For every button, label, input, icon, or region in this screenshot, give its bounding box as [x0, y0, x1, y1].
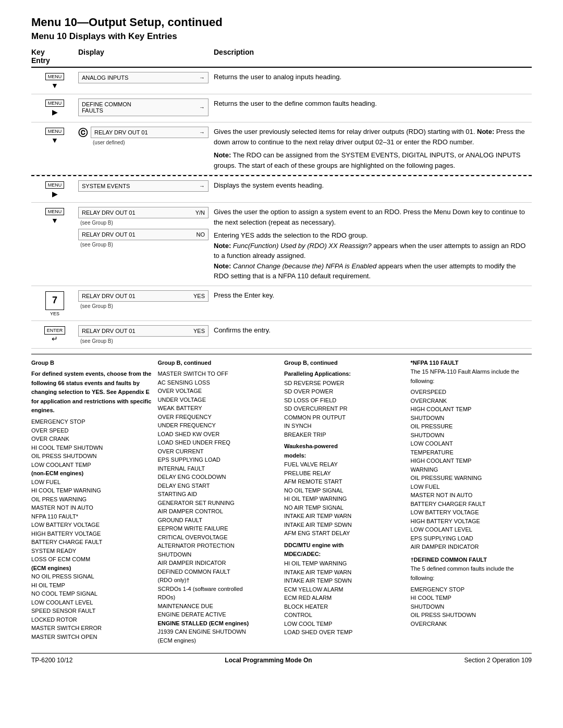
list-item: LOAD SHED KW OVER: [158, 430, 279, 439]
list-item: AIR DAMPER CONTROL: [158, 507, 279, 516]
display-box-relay-yes7: RELAY DRV OUT 01 YES: [78, 290, 209, 302]
list-item: ALTERNATOR PROTECTION: [158, 541, 279, 550]
desc-relay-enter: Confirms the entry.: [214, 325, 532, 336]
list-item: BATTERY CHARGE FAULT: [31, 538, 153, 547]
group-b-col3: Group B, continued Paralleling Applicati…: [284, 359, 411, 645]
list-item: NO COOL TEMP SIGNAL: [31, 589, 153, 598]
display-text-relay-yn: RELAY DRV OUT 01: [82, 209, 136, 216]
list-item: HI OIL TEMP: [31, 581, 153, 590]
display-define-common: DEFINE COMMONFAULTS →: [78, 98, 214, 118]
list-item: OVERCRANK: [411, 397, 532, 405]
list-item: INTAKE AIR TEMP SDWN: [284, 576, 406, 585]
list-item: ECM YELLOW ALARM: [284, 585, 406, 594]
list-item: DELAY ENG START: [158, 482, 279, 490]
display-text-relay-enter: RELAY DRV OUT 01: [82, 328, 136, 334]
down-arrow-icon-3: ▼: [51, 136, 58, 144]
number-key-7: 7: [45, 291, 64, 310]
list-item: OIL PRESSURE WARNING: [411, 474, 532, 483]
list-item: OVER CURRENT: [158, 447, 279, 456]
display-sub-enter: (see Group B): [78, 338, 209, 344]
list-item: (ECM engines): [158, 636, 279, 645]
group-b-title-2: Group B, continued: [158, 359, 279, 368]
desc-define-common: Returns the user to the define common fa…: [214, 98, 532, 109]
list-item: INTAKE AIR TEMP WARN: [284, 512, 406, 521]
list-item: MASTER SWITCH OPEN: [31, 633, 153, 641]
list-item: OVER SPEED: [31, 426, 153, 435]
list-item: OVERSPEED: [411, 388, 532, 397]
right-arrow-icon-1: ▶: [52, 108, 58, 116]
list-item: HI OIL TEMP WARNING: [284, 495, 406, 503]
enter-key-box: ENTER: [44, 326, 66, 335]
key-menu-right-1: MENU ▶: [31, 98, 78, 116]
page-footer: TP-6200 10/12 Local Programming Mode On …: [31, 653, 532, 664]
list-item: MASTER NOT IN AUTO: [411, 491, 532, 500]
group-b-col4: *NFPA 110 FAULT The 15 NFPA-110 Fault Al…: [411, 359, 532, 645]
group-b-title-1: Group B: [31, 359, 153, 368]
display-arrow-yn: Y/N: [195, 209, 205, 216]
list-item: EMERGENCY STOP: [411, 585, 532, 594]
display-text-sysevents: SYSTEM EVENTS: [82, 183, 130, 189]
row-define-common: MENU ▶ DEFINE COMMONFAULTS → Returns the…: [31, 94, 532, 122]
list-item: BREAKER TRIP: [284, 430, 406, 439]
list-item: AFM REMOTE START: [284, 477, 406, 486]
display-box-define: DEFINE COMMONFAULTS →: [78, 98, 209, 116]
waukesha-label2: models:: [284, 451, 406, 461]
list-item: FUEL VALVE RELAY: [284, 460, 406, 469]
desc-relay-c: Gives the user previously selected items…: [214, 127, 532, 170]
header-key: KeyEntry: [31, 48, 78, 65]
row-relay-drv-c: MENU ▼ ⓒ RELAY DRV OUT 01 → (user define…: [31, 122, 532, 175]
display-relay-yn: RELAY DRV OUT 01 Y/N (see Group B) RELAY…: [78, 207, 214, 248]
list-item: SCRDOs 1-4 (software controlled: [158, 585, 279, 594]
c-circle-label: ⓒ: [78, 127, 88, 139]
footer-right: Section 2 Operation 109: [464, 657, 532, 664]
desc-system-events: Displays the system events heading.: [214, 180, 532, 191]
list-item: LOW COOLANT: [411, 439, 532, 448]
paralleling-label: Paralleling Applications:: [284, 369, 406, 379]
list-item: PRELUBE RELAY: [284, 469, 406, 478]
list-item: LOW COOLANT LEVEL: [31, 598, 153, 607]
list-item: AC SENSING LOSS: [158, 378, 279, 387]
list-item: OIL PRESS SHUTDOWN: [31, 452, 153, 461]
list-item: WEAK BATTERY: [158, 404, 279, 413]
paralleling-list: SD REVERSE POWER SD OVER POWER SD LOSS O…: [284, 379, 406, 439]
display-arrow-yes7: YES: [193, 293, 205, 299]
list-item: LOW COOL TEMP: [284, 620, 406, 628]
footer-left: TP-6200 10/12: [31, 657, 72, 664]
group-b-title-3: Group B, continued: [284, 359, 406, 368]
display-relay-c: ⓒ RELAY DRV OUT 01 → (user defined): [78, 127, 214, 145]
list-item: BATTERY CHARGER FAULT: [411, 500, 532, 509]
list-item: SD LOSS OF FIELD: [284, 396, 406, 405]
list-item: INTERNAL FAULT: [158, 464, 279, 473]
nfpa-list: OVERSPEED OVERCRANK HIGH COOLANT TEMP SH…: [411, 388, 532, 551]
enter-arrow-icon: ↵: [52, 335, 58, 343]
row-relay-enter: ENTER ↵ RELAY DRV OUT 01 YES (see Group …: [31, 321, 532, 349]
list-item: EPS SUPPLYING LOAD: [411, 534, 532, 543]
list-item: (ECM engines): [31, 564, 153, 573]
ddc-list: HI OIL TEMP WARNING INTAKE AIR TEMP WARN…: [284, 559, 406, 637]
list-item: IN SYNCH: [284, 422, 406, 430]
list-item: BLOCK HEATER: [284, 602, 406, 611]
list-item: AFM ENG START DELAY: [284, 529, 406, 538]
list-item: HIGH COOLANT TEMP: [411, 456, 532, 465]
list-item: OVER VOLTAGE: [158, 387, 279, 396]
group-b-col2: Group B, continued MASTER SWITCH TO OFF …: [158, 359, 285, 645]
group-b-list-1: EMERGENCY STOP OVER SPEED OVER CRANK HI …: [31, 417, 153, 641]
display-relay-yes-7: RELAY DRV OUT 01 YES (see Group B): [78, 290, 214, 309]
display-text-define: DEFINE COMMONFAULTS: [82, 101, 131, 114]
display-text-analog: ANALOG INPUTS: [82, 75, 128, 81]
list-item: SD OVER POWER: [284, 387, 406, 396]
list-item: HI OIL TEMP WARNING: [284, 559, 406, 568]
key-7-yes: 7 YES: [31, 290, 78, 316]
defined-title: †DEFINED COMMON FAULT: [411, 556, 532, 565]
list-item: OIL PRESSURE: [411, 422, 532, 431]
list-item: LOW BATTERY VOLTAGE: [31, 521, 153, 529]
list-item: OIL PRES WARNING: [31, 495, 153, 504]
display-sub-no: (see Group B): [78, 242, 209, 248]
display-arrow-no: NO: [197, 231, 205, 238]
ddc-label2: MDEC/ADEC:: [284, 550, 406, 559]
list-item: ENGINE DERATE ACTIVE: [158, 610, 279, 619]
display-arrow-sysevents: →: [199, 183, 205, 189]
list-item: ENGINE STALLED (ECM engines): [158, 619, 279, 628]
list-item: STARTING AID: [158, 490, 279, 499]
nfpa-title: *NFPA 110 FAULT: [411, 359, 532, 368]
